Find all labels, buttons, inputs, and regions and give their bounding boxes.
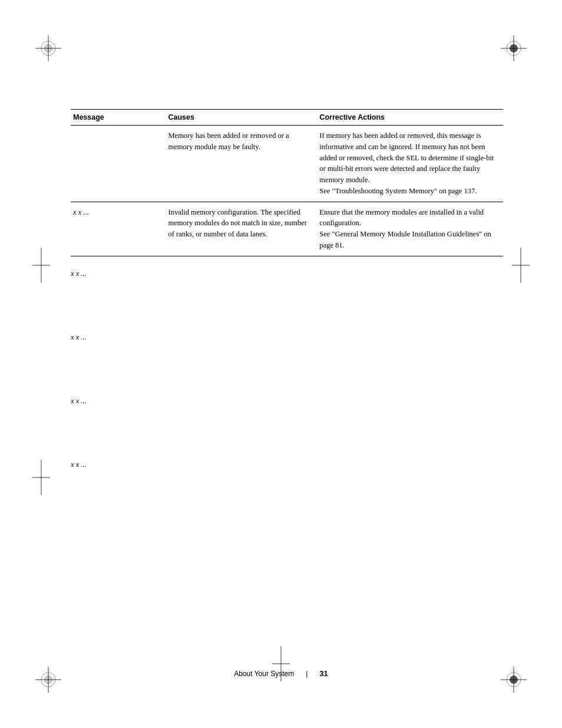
cell-causes-1: Memory has been added or removed or a me… xyxy=(166,126,317,202)
table-row: x x ... Invalid memory configuration. Th… xyxy=(71,202,503,256)
header-actions: Corrective Actions xyxy=(317,110,503,126)
side-mark-left-top xyxy=(32,248,50,285)
table-header-row: Message Causes Corrective Actions xyxy=(71,110,503,126)
table-row: Memory has been added or removed or a me… xyxy=(71,126,503,202)
cell-actions-1: If memory has been added or removed, thi… xyxy=(317,126,503,202)
corner-mark-tl xyxy=(35,35,71,71)
page: Message Causes Corrective Actions Memory… xyxy=(0,0,562,728)
extra-row-4: x x ... xyxy=(71,459,503,495)
extra-message-3: x x ... xyxy=(71,396,166,406)
footer-label: About Your System xyxy=(234,670,294,678)
side-mark-right-top xyxy=(512,248,530,285)
cell-actions-2: Ensure that the memory modules are insta… xyxy=(317,202,503,256)
extra-message-1: x x ... xyxy=(71,268,166,278)
footer-separator: | xyxy=(306,670,308,678)
extra-message-2: x x ... xyxy=(71,332,166,342)
cell-message-1 xyxy=(71,126,166,202)
extra-row-2: x x ... xyxy=(71,332,503,367)
header-causes: Causes xyxy=(166,110,317,126)
cell-message-2: x x ... xyxy=(71,202,166,256)
extra-row-3: x x ... xyxy=(71,396,503,431)
main-table: Message Causes Corrective Actions Memory… xyxy=(71,109,503,256)
bottom-center-mark xyxy=(272,646,290,684)
extra-row-1: x x ... xyxy=(71,268,503,304)
content-area: Message Causes Corrective Actions Memory… xyxy=(71,109,503,651)
side-mark-left-bottom xyxy=(32,460,50,498)
header-message: Message xyxy=(71,110,166,126)
page-number: 31 xyxy=(319,669,328,678)
cell-causes-2: Invalid memory configuration. The specif… xyxy=(166,202,317,256)
corner-mark-tr xyxy=(491,35,527,71)
extra-message-4: x x ... xyxy=(71,459,166,469)
footer: About Your System | 31 xyxy=(0,669,562,678)
